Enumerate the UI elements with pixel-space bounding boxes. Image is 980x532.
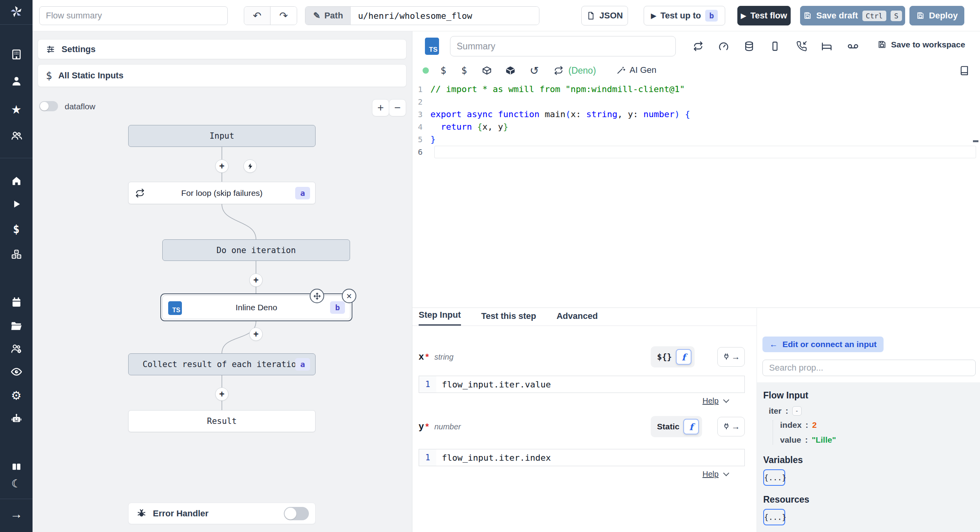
trigger-bolt-button[interactable] (243, 159, 257, 173)
book-icon[interactable] (957, 63, 971, 78)
save-to-workspace-button[interactable]: Save to workspace (877, 40, 965, 49)
connect-input-button[interactable]: → (717, 417, 745, 436)
search-prop-input[interactable] (762, 360, 976, 376)
mobile-icon[interactable] (768, 39, 782, 53)
prop-picker-panel: ← Edit or connect an input Flow Input it… (757, 308, 980, 532)
test-up-to-button[interactable]: ▶ Test up to b (644, 6, 725, 25)
edit-or-connect-button[interactable]: ← Edit or connect an input (762, 337, 884, 352)
calendar-icon[interactable] (0, 295, 33, 310)
path-chip[interactable]: ✎Path u/henri/wholesome_flow (305, 6, 539, 25)
javascript-expr-button[interactable]: f (683, 419, 699, 434)
move-icon (313, 292, 321, 300)
building-icon[interactable] (0, 47, 33, 62)
node-forloop[interactable]: For loop (skip failures) a (128, 182, 316, 204)
close-icon: × (346, 291, 352, 302)
add-step-button[interactable]: + (249, 273, 263, 287)
dollar-icon[interactable]: $ (457, 63, 471, 78)
step-id-badge: a (295, 358, 310, 371)
variables-title: Variables (763, 455, 974, 465)
ai-gen-button[interactable]: AI Gen (616, 65, 656, 75)
chevron-down-icon (723, 397, 730, 403)
add-step-button[interactable]: + (215, 387, 229, 401)
tab-test-this-step[interactable]: Test this step (481, 311, 536, 326)
node-result[interactable]: Result (128, 410, 316, 432)
books-icon[interactable] (0, 459, 33, 474)
node-do-one-iteration[interactable]: Do one iteration (162, 239, 350, 261)
cubes-icon[interactable] (0, 246, 33, 262)
expr-input-x[interactable]: 1 flow_input.iter.value (419, 376, 745, 393)
collapse-button[interactable]: - (792, 406, 802, 416)
package-icon[interactable] (480, 63, 494, 78)
phone-incoming-icon[interactable] (795, 39, 809, 53)
help-link[interactable]: Help (702, 396, 728, 405)
retries-icon[interactable] (691, 39, 705, 53)
tree-item-index[interactable]: index: 2 (780, 420, 974, 430)
redo-button[interactable]: ↷ (270, 7, 297, 25)
eye-icon[interactable] (0, 364, 33, 380)
tree-item-value[interactable]: value: "Lille" (780, 435, 974, 445)
group-settings-icon[interactable] (0, 341, 33, 356)
input-mode-toggle: ${} f (651, 346, 695, 367)
add-step-button[interactable]: + (215, 159, 229, 173)
template-mode-label[interactable]: ${} (657, 352, 672, 362)
tab-advanced[interactable]: Advanced (557, 311, 598, 326)
save-icon (916, 11, 925, 20)
node-collect-result[interactable]: Collect result of each iteration a (128, 353, 316, 375)
test-flow-button[interactable]: ▶ Test flow (737, 6, 791, 25)
variables-object-button[interactable]: {...} (763, 469, 785, 486)
gauge-icon[interactable] (717, 39, 731, 53)
step-badge: b (705, 10, 718, 22)
bed-icon[interactable] (820, 39, 834, 53)
deploy-button[interactable]: Deploy (909, 6, 964, 25)
refresh-icon[interactable] (552, 63, 566, 78)
tab-step-input[interactable]: Step Input (419, 310, 461, 326)
resources-object-button[interactable]: {...} (763, 509, 785, 525)
dollar-icon[interactable]: $ (436, 63, 450, 78)
arrow-left-icon: ← (769, 340, 778, 349)
connect-input-button[interactable]: → (717, 347, 745, 367)
package-icon[interactable] (503, 63, 517, 78)
javascript-expr-button[interactable]: f (676, 349, 691, 365)
gear-icon[interactable]: ⚙ (0, 387, 33, 403)
expand-arrow-icon[interactable]: → (0, 506, 33, 522)
user-group-icon[interactable] (0, 128, 33, 143)
user-icon[interactable] (0, 73, 33, 89)
undo-button[interactable]: ↶ (244, 7, 270, 25)
play-icon: ▶ (651, 12, 656, 20)
expr-input-y[interactable]: 1 flow_input.iter.index (419, 449, 745, 466)
database-icon[interactable] (742, 39, 756, 53)
flow-summary-input[interactable] (39, 6, 228, 25)
folder-open-icon[interactable] (0, 318, 33, 334)
save-draft-button[interactable]: Save draft CtrlS (800, 6, 905, 25)
robot-icon[interactable] (0, 411, 33, 427)
loop-icon (135, 188, 145, 198)
json-button[interactable]: JSON (581, 6, 628, 25)
history-icon[interactable]: ↺ (527, 63, 541, 78)
code-editor[interactable]: 1// import * as wmill from "npm:windmill… (412, 78, 980, 308)
error-handler-row[interactable]: Error Handler (128, 503, 316, 524)
move-step-button[interactable] (310, 289, 324, 303)
error-handler-toggle[interactable] (284, 507, 309, 520)
chevron-down-icon (723, 470, 730, 476)
dollar-icon[interactable]: $ (0, 221, 33, 237)
typescript-badge: TS (425, 38, 439, 55)
field-x-label: x*string (419, 351, 454, 362)
play-icon[interactable] (0, 196, 33, 212)
moon-icon[interactable]: ☾ (0, 476, 33, 491)
path-value[interactable]: u/henri/wholesome_flow (351, 7, 539, 25)
step-id-badge: a (295, 187, 310, 199)
star-icon[interactable]: ★ (0, 101, 33, 117)
static-mode-label[interactable]: Static (657, 422, 679, 431)
windmill-logo[interactable] (0, 4, 33, 20)
home-icon[interactable] (0, 173, 33, 188)
tree-item-iter[interactable]: iter: - (769, 406, 974, 416)
summary-input[interactable] (450, 36, 676, 56)
sidebar: ★ $ ⚙ ☾ (0, 0, 33, 532)
voicemail-icon[interactable] (846, 39, 860, 53)
add-step-button[interactable]: + (249, 328, 263, 341)
node-input[interactable]: Input (128, 125, 316, 147)
save-icon (877, 40, 887, 49)
delete-step-button[interactable]: × (342, 289, 356, 303)
lightning-icon (247, 163, 254, 170)
help-link[interactable]: Help (702, 470, 728, 479)
